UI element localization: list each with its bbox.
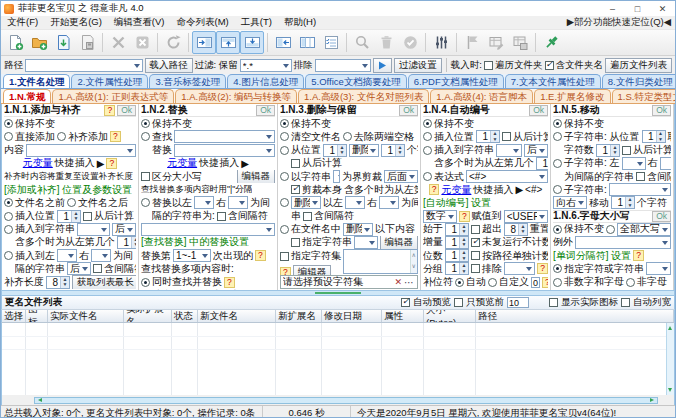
right-string-combobox[interactable] <box>228 196 248 209</box>
expression-combobox[interactable]: <#> <box>466 170 548 183</box>
delete-between-radio[interactable] <box>280 198 289 207</box>
table-save-button[interactable] <box>508 31 532 54</box>
charset-textarea[interactable] <box>343 249 418 274</box>
col-select[interactable]: 选择 <box>2 310 26 322</box>
move-spinner[interactable]: 1 <box>611 196 635 209</box>
auto-width-checkbox[interactable] <box>621 298 630 307</box>
table-edit-button[interactable] <box>484 31 508 54</box>
menu-edit-view[interactable]: 编辑查看(V) <box>108 16 171 29</box>
preview-right-panel-button[interactable] <box>192 31 216 54</box>
insert-pos-spinner[interactable]: 1 <box>476 130 500 143</box>
keep-filter-combobox[interactable]: *.* <box>240 59 292 72</box>
cut-side-combobox[interactable]: 后面 <box>384 170 418 183</box>
pos-spinner[interactable]: 1 <box>323 144 347 157</box>
traverse-folders-checkbox[interactable] <box>484 61 493 70</box>
expression-radio[interactable] <box>423 172 432 181</box>
spinner-arrows-icon[interactable] <box>459 250 468 261</box>
metavar-arrow-icon[interactable]: ▶ <box>515 184 523 195</box>
horizontal-scrollbar[interactable] <box>34 397 658 404</box>
spinner-arrows-icon[interactable] <box>131 237 136 248</box>
col-status[interactable]: 状态 <box>172 310 198 322</box>
spinner-arrows-icon[interactable] <box>518 224 527 235</box>
substring-combobox[interactable] <box>609 183 671 196</box>
col-actual-extension[interactable]: 实际扩展名 <box>124 310 172 322</box>
preview-count-input[interactable]: 10 <box>507 297 529 308</box>
nocount-checkbox[interactable] <box>471 238 480 247</box>
include-sep-checkbox[interactable] <box>636 172 645 181</box>
pad-custom-input[interactable]: 0 <box>531 277 540 288</box>
help-icon[interactable]: ? <box>110 131 121 142</box>
preview-top-panel-button[interactable] <box>216 31 240 54</box>
filter-settings-button[interactable]: 过滤设置 <box>394 58 442 73</box>
right-string-combobox[interactable] <box>379 196 399 209</box>
col-new-extension[interactable]: 新扩展名 <box>276 310 322 322</box>
boundary-string-combobox[interactable] <box>333 170 340 183</box>
refresh-button[interactable] <box>161 31 185 54</box>
left-string-combobox[interactable] <box>345 196 365 209</box>
per-path-checkbox[interactable] <box>471 251 480 260</box>
load-path-button[interactable]: 载入路径 <box>145 58 193 73</box>
flag-button[interactable] <box>460 31 484 54</box>
export-save-button[interactable] <box>75 31 99 54</box>
include-sep-checkbox[interactable] <box>303 212 312 221</box>
direct-add-radio[interactable] <box>4 132 13 141</box>
pad-custom-radio[interactable] <box>488 278 497 287</box>
include-sep-checkbox[interactable] <box>93 264 102 273</box>
overflow-spinner[interactable]: 8 <box>504 223 528 236</box>
help-icon[interactable]: ? <box>542 277 548 288</box>
help-icon[interactable]: ? <box>255 250 266 261</box>
editor-button2[interactable]: 编辑器 <box>293 265 332 275</box>
traverse-file-list-button[interactable]: 遍历文件列表 <box>605 58 672 73</box>
path-combobox[interactable] <box>25 59 143 72</box>
pad-add-radio[interactable] <box>57 132 66 141</box>
spec-char-radio[interactable] <box>553 264 562 273</box>
clear-name-radio[interactable] <box>280 132 289 141</box>
keep-radio[interactable] <box>141 119 150 128</box>
include-sep-checkbox[interactable] <box>217 212 226 221</box>
before-after-combobox[interactable]: 后 <box>112 223 136 236</box>
help-icon[interactable]: ? <box>459 211 470 222</box>
replace-combobox[interactable] <box>174 144 275 157</box>
delete-mode-combobox2[interactable]: 删除 <box>291 196 321 209</box>
pin-button[interactable] <box>539 31 563 54</box>
pos-spinner[interactable]: 1 <box>642 130 666 143</box>
tab-office-summary[interactable]: 5.Office文档摘要处理 <box>305 74 407 88</box>
direction-combobox[interactable]: 向右 <box>553 196 587 209</box>
apply-check-button[interactable] <box>398 31 422 54</box>
minimize-button[interactable]: – <box>600 1 625 16</box>
tab-file-classify[interactable]: 8.文件归类处理 <box>602 74 676 88</box>
occurrence-combobox[interactable]: 1~-1 <box>173 249 211 262</box>
from-pos-radio[interactable] <box>280 146 289 155</box>
menu-help[interactable]: 帮助(H) <box>278 16 322 29</box>
keep-radio[interactable] <box>553 119 562 128</box>
metavar-arrow-icon[interactable]: ▶ <box>241 158 249 169</box>
in-name-radio[interactable] <box>280 225 289 234</box>
spinner-arrows-icon[interactable] <box>71 211 80 222</box>
before-name-radio[interactable] <box>4 198 13 207</box>
help-icon[interactable]: ? <box>104 105 115 116</box>
find-combobox[interactable] <box>174 130 275 143</box>
spinner-arrows-icon[interactable] <box>490 131 499 142</box>
help-icon[interactable]: ? <box>633 250 644 261</box>
spinner-arrows-icon[interactable] <box>656 131 665 142</box>
panel6-ok-button[interactable]: Ok <box>652 211 671 222</box>
apply-filter-button[interactable] <box>373 58 392 73</box>
insert-between-radio[interactable] <box>4 251 13 260</box>
substring-pos-radio[interactable] <box>553 132 562 141</box>
content-combobox[interactable] <box>26 144 136 157</box>
help-icon[interactable]: ? <box>537 263 548 274</box>
multi-index-spinner[interactable]: 1 <box>536 157 548 170</box>
panel-left-layout-button[interactable] <box>271 31 295 54</box>
non-alnum-radio[interactable] <box>553 278 562 287</box>
columns-layout-button[interactable] <box>295 31 319 54</box>
panel3-ok-button[interactable]: Ok <box>399 105 418 116</box>
help-icon[interactable]: ? <box>106 158 117 169</box>
quick-locate-link[interactable]: ▶部分功能快速定位(Q)◀ <box>567 16 675 29</box>
left-string-combobox[interactable] <box>57 249 77 262</box>
subtab-script[interactable]: 1.A.高级(4): 语言脚本 <box>430 89 533 103</box>
after-name-radio[interactable] <box>67 198 76 207</box>
insert-pos-radio[interactable] <box>4 212 13 221</box>
by-string-radio[interactable] <box>280 172 289 181</box>
metavar-link[interactable]: 元变量 <box>167 157 197 170</box>
insert-to-string-radio[interactable] <box>4 225 13 234</box>
